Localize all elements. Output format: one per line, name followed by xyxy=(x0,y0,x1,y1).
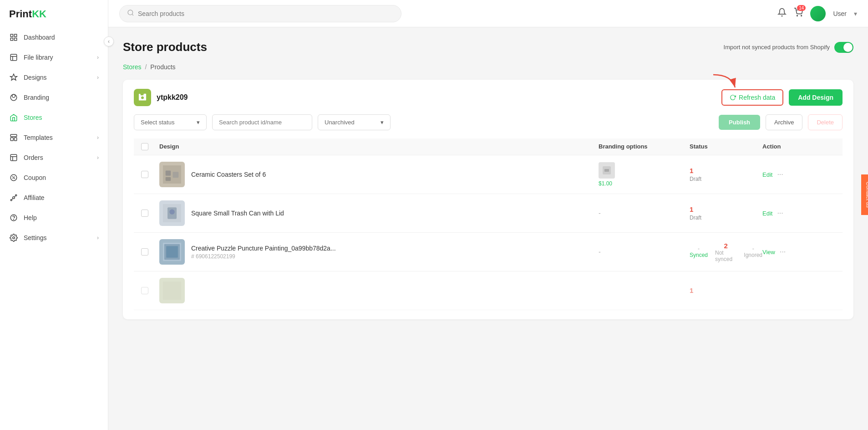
table-row: Square Small Trash Can with Lid - 1 Draf… xyxy=(134,194,843,233)
page-title: Store products xyxy=(123,40,207,54)
row1-product-info: Ceramic Coasters Set of 6 xyxy=(191,171,266,178)
svg-rect-1 xyxy=(15,34,17,36)
shopify-icon xyxy=(134,89,151,106)
product-search-field[interactable] xyxy=(212,114,312,130)
row3-more-options[interactable]: ··· xyxy=(780,248,786,256)
delete-button[interactable]: Delete xyxy=(808,114,843,130)
row2-checkbox-cell xyxy=(141,210,159,217)
svg-line-27 xyxy=(132,14,133,15)
sidebar-item-designs[interactable]: Designs › xyxy=(0,67,108,87)
row3-view-link[interactable]: View xyxy=(762,249,775,256)
content: Store products Import not synced product… xyxy=(108,27,868,430)
row2-status-label: Draft xyxy=(690,215,762,221)
import-toggle[interactable] xyxy=(834,42,853,53)
row4-checkbox-cell xyxy=(141,287,159,294)
sidebar-collapse-button[interactable]: ‹ xyxy=(104,36,114,46)
notification-icon[interactable] xyxy=(777,8,787,19)
sidebar-item-coupon[interactable]: Coupon xyxy=(0,168,108,188)
sidebar-item-settings[interactable]: Settings › xyxy=(0,228,108,248)
row4-checkbox[interactable] xyxy=(141,287,148,294)
archive-button[interactable]: Archive xyxy=(766,114,802,130)
row2-more-options[interactable]: ··· xyxy=(777,209,783,217)
import-toggle-area: Import not synced products from Shopify xyxy=(724,42,853,53)
row2-checkbox[interactable] xyxy=(141,210,148,217)
row1-branding-cell: $1.00 xyxy=(599,162,690,187)
avatar[interactable] xyxy=(810,6,826,21)
svg-rect-8 xyxy=(10,134,17,137)
row1-more-options[interactable]: ··· xyxy=(777,170,783,179)
refresh-data-button[interactable]: Refresh data xyxy=(721,89,783,106)
row3-ignored-dash: - xyxy=(752,246,754,252)
sidebar-item-affiliate[interactable]: Affiliate xyxy=(0,188,108,208)
page-header: Store products Import not synced product… xyxy=(123,40,853,54)
cart-icon[interactable]: 14 xyxy=(794,8,803,19)
store-header: ytpkk209 Refresh data Add Design xyxy=(134,89,843,106)
row3-checkbox[interactable] xyxy=(141,248,148,256)
breadcrumb-stores[interactable]: Stores xyxy=(123,63,141,71)
svg-rect-0 xyxy=(10,34,13,36)
select-all-checkbox[interactable] xyxy=(141,143,148,150)
header-action: Action xyxy=(762,143,835,150)
sidebar: PrintKK Dashboard File library › Designs… xyxy=(0,0,108,430)
filters-row: Select status ▾ Unarchived ▾ Publish Arc… xyxy=(134,114,843,130)
archive-filter[interactable]: Unarchived ▾ xyxy=(318,114,391,130)
row2-product-thumb xyxy=(159,200,185,226)
user-dropdown-arrow-icon[interactable]: ▾ xyxy=(854,10,857,17)
product-search-input[interactable] xyxy=(219,119,305,126)
sidebar-item-dashboard[interactable]: Dashboard xyxy=(0,27,108,47)
refresh-data-label: Refresh data xyxy=(739,94,775,101)
sidebar-item-file-library[interactable]: File library › xyxy=(0,47,108,67)
row2-status-num: 1 xyxy=(690,205,762,213)
search-box[interactable] xyxy=(119,5,401,22)
help-icon xyxy=(9,213,18,222)
row2-product-cell: Square Small Trash Can with Lid xyxy=(159,200,599,226)
sidebar-item-stores-label: Stores xyxy=(24,114,42,121)
sidebar-item-affiliate-label: Affiliate xyxy=(24,194,45,201)
import-toggle-label: Import not synced products from Shopify xyxy=(724,44,830,51)
store-name: ytpkk209 xyxy=(157,93,188,102)
sidebar-item-branding[interactable]: Branding xyxy=(0,87,108,108)
svg-point-28 xyxy=(797,15,798,16)
header-branding: Branding options xyxy=(599,143,690,150)
svg-rect-4 xyxy=(10,54,17,61)
svg-point-16 xyxy=(13,177,13,177)
row3-product-id: # 6906122502199 xyxy=(191,253,336,260)
status-filter[interactable]: Select status ▾ xyxy=(134,114,207,130)
row3-ignored-label: Ignored xyxy=(744,252,762,258)
row3-checkbox-cell xyxy=(141,248,159,256)
row2-edit-link[interactable]: Edit xyxy=(762,210,772,217)
add-design-button[interactable]: Add Design xyxy=(789,89,843,106)
row3-synced-dash: - xyxy=(698,246,700,252)
row3-not-synced-label: Not synced xyxy=(715,250,736,262)
row1-edit-link[interactable]: Edit xyxy=(762,171,772,178)
row2-branding-cell: - xyxy=(599,210,690,217)
status-filter-label: Select status xyxy=(141,119,174,126)
logo-text: PrintKK xyxy=(9,8,46,20)
sidebar-item-help[interactable]: Help xyxy=(0,208,108,228)
row3-not-synced-item: 2 Not synced xyxy=(715,242,736,262)
status-filter-chevron-icon: ▾ xyxy=(197,119,200,126)
contact-us-button[interactable]: Contact us xyxy=(861,174,868,215)
search-input[interactable] xyxy=(138,10,394,17)
publish-button[interactable]: Publish xyxy=(719,115,760,130)
sidebar-item-stores[interactable]: Stores xyxy=(0,108,108,128)
designs-arrow-icon: › xyxy=(97,74,99,81)
sidebar-item-templates[interactable]: Templates › xyxy=(0,128,108,148)
sidebar-item-orders[interactable]: Orders › xyxy=(0,148,108,168)
dashboard-icon xyxy=(9,33,18,42)
row2-branding-dash: - xyxy=(599,210,601,217)
branding-icon xyxy=(9,93,18,102)
main-wrapper: 14 User ▾ Store products Import not sync… xyxy=(108,0,868,430)
row3-branding-dash: - xyxy=(599,248,601,256)
orders-icon xyxy=(9,153,18,162)
sidebar-item-branding-label: Branding xyxy=(24,94,49,101)
sidebar-item-settings-label: Settings xyxy=(24,234,47,241)
header-design: Design xyxy=(159,143,599,150)
row1-product-cell: Ceramic Coasters Set of 6 xyxy=(159,162,599,187)
svg-rect-32 xyxy=(166,170,171,175)
row3-status-synced-row: - Synced 2 Not synced - Ignored xyxy=(690,242,762,262)
row3-product-cell: Creative Puzzle Puncture Painting_0a99bb… xyxy=(159,239,599,265)
row1-status-cell: 1 Draft xyxy=(690,167,762,182)
row1-status-label: Draft xyxy=(690,176,762,182)
row1-checkbox[interactable] xyxy=(141,171,148,178)
